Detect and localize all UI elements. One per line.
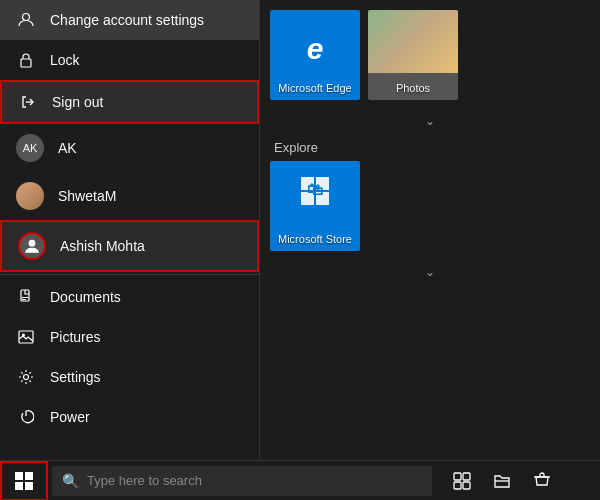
power-label: Power — [50, 409, 90, 425]
settings-label: Settings — [50, 369, 101, 385]
svg-point-0 — [23, 14, 30, 21]
explore-label: Explore — [270, 134, 590, 161]
avatar-shweta — [16, 182, 44, 210]
top-tiles-row: e Microsoft Edge Photos — [270, 10, 590, 100]
change-account-label: Change account settings — [50, 12, 204, 28]
menu-item-power[interactable]: Power — [0, 397, 259, 437]
tile-photos-label: Photos — [396, 78, 430, 94]
windows-logo-icon — [15, 472, 33, 490]
tile-photos[interactable]: Photos — [368, 10, 458, 100]
menu-item-settings[interactable]: Settings — [0, 357, 259, 397]
menu-item-user-ak[interactable]: AK AK — [0, 124, 259, 172]
taskbar: 🔍 Type here to search — [0, 460, 600, 500]
store-icon: 🛍 — [299, 175, 331, 212]
pictures-label: Pictures — [50, 329, 101, 345]
search-placeholder: Type here to search — [87, 473, 202, 488]
tile-store-label: Microsoft Store — [278, 229, 352, 245]
svg-rect-5 — [22, 297, 28, 298]
user-shweta-label: ShwetaM — [58, 188, 116, 204]
svg-rect-1 — [21, 59, 31, 67]
svg-point-9 — [24, 375, 29, 380]
svg-rect-15 — [454, 473, 461, 480]
start-menu: Change account settings Lock Sign out — [0, 0, 600, 460]
menu-item-sign-out[interactable]: Sign out — [0, 80, 259, 124]
svg-rect-18 — [463, 482, 470, 489]
photos-background — [368, 10, 458, 73]
svg-rect-17 — [454, 482, 461, 489]
search-bar[interactable]: 🔍 Type here to search — [52, 466, 432, 496]
tile-store[interactable]: 🛍 Microsoft Store — [270, 161, 360, 251]
menu-item-current-user[interactable]: Ashish Mohta — [0, 220, 259, 272]
settings-icon — [16, 367, 36, 387]
sign-out-label: Sign out — [52, 94, 103, 110]
person-icon — [16, 10, 36, 30]
task-view-icon[interactable] — [444, 463, 480, 499]
menu-item-pictures[interactable]: Pictures — [0, 317, 259, 357]
chevron-1: ⌄ — [270, 108, 590, 134]
documents-icon — [16, 287, 36, 307]
lock-icon — [16, 50, 36, 70]
chevron-2: ⌄ — [270, 259, 590, 285]
file-explorer-icon[interactable] — [484, 463, 520, 499]
right-panel: e Microsoft Edge Photos ⌄ Explore — [260, 0, 600, 460]
tile-edge[interactable]: e Microsoft Edge — [270, 10, 360, 100]
pictures-icon — [16, 327, 36, 347]
signout-icon — [18, 92, 38, 112]
left-panel: Change account settings Lock Sign out — [0, 0, 260, 460]
menu-item-change-account[interactable]: Change account settings — [0, 0, 259, 40]
search-icon: 🔍 — [62, 473, 79, 489]
explore-tiles-row: 🛍 Microsoft Store — [270, 161, 590, 251]
taskbar-icons — [436, 463, 568, 499]
svg-point-3 — [29, 240, 36, 247]
user-ak-label: AK — [58, 140, 77, 156]
documents-label: Documents — [50, 289, 121, 305]
svg-rect-16 — [463, 473, 470, 480]
power-icon — [16, 407, 36, 427]
start-button[interactable] — [0, 461, 48, 501]
avatar-ak: AK — [16, 134, 44, 162]
tile-edge-label: Microsoft Edge — [278, 78, 351, 94]
menu-item-lock[interactable]: Lock — [0, 40, 259, 80]
edge-icon: e — [307, 18, 324, 66]
current-user-label: Ashish Mohta — [60, 238, 145, 254]
menu-item-user-shweta[interactable]: ShwetaM — [0, 172, 259, 220]
svg-rect-6 — [22, 299, 26, 300]
store-taskbar-icon[interactable] — [524, 463, 560, 499]
svg-text:🛍: 🛍 — [307, 181, 323, 198]
lock-label: Lock — [50, 52, 80, 68]
avatar-current-user — [18, 232, 46, 260]
menu-item-documents[interactable]: Documents — [0, 277, 259, 317]
